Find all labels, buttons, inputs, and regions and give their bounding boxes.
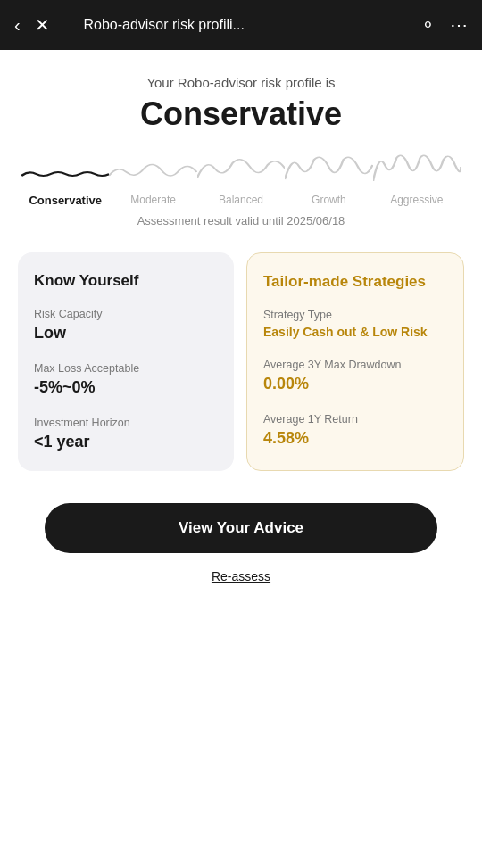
risk-label-balanced: Balanced xyxy=(197,194,285,207)
investment-horizon-label: Investment Horizon xyxy=(34,417,218,429)
risk-labels: Conservative Moderate Balanced Growth Ag… xyxy=(18,194,464,207)
main-content: Your Robo-advisor risk profile is Conser… xyxy=(0,50,482,612)
wave-chart xyxy=(18,151,464,186)
strategies-heading: Tailor-made Strategies xyxy=(263,273,447,291)
risk-capacity-label: Risk Capacity xyxy=(34,308,218,320)
strategy-type-value: Easily Cash out & Low Risk xyxy=(263,325,447,339)
more-icon[interactable]: ⋯ xyxy=(450,14,468,36)
wave-moderate xyxy=(109,151,196,186)
nav-title: Robo-advisor risk profili... xyxy=(57,17,271,33)
max-loss-label: Max Loss Acceptable xyxy=(34,362,218,375)
reassess-button[interactable]: Re-assess xyxy=(212,569,270,583)
avg-return-value: 4.58% xyxy=(263,429,447,448)
nav-right-controls: ⚬ ⋯ xyxy=(420,14,468,36)
know-yourself-card: Know Yourself Risk Capacity Low Max Loss… xyxy=(18,252,234,471)
strategy-type-field: Strategy Type Easily Cash out & Low Risk xyxy=(263,309,447,339)
risk-label-moderate: Moderate xyxy=(109,194,196,207)
risk-label-growth: Growth xyxy=(285,194,372,207)
avg-drawdown-label: Average 3Y Max Drawdown xyxy=(263,359,447,371)
avg-return-label: Average 1Y Return xyxy=(263,413,447,426)
wave-growth xyxy=(285,151,372,186)
investment-horizon-value: <1 year xyxy=(34,433,218,451)
profile-title: Conservative xyxy=(140,95,342,133)
investment-horizon-field: Investment Horizon <1 year xyxy=(34,417,218,451)
max-loss-field: Max Loss Acceptable -5%~0% xyxy=(34,362,218,397)
risk-capacity-field: Risk Capacity Low xyxy=(34,308,218,343)
risk-capacity-value: Low xyxy=(34,324,218,343)
risk-label-conservative: Conservative xyxy=(21,194,109,207)
avg-drawdown-value: 0.00% xyxy=(263,375,447,393)
risk-label-aggressive: Aggressive xyxy=(373,194,461,207)
cards-row: Know Yourself Risk Capacity Low Max Loss… xyxy=(18,252,464,471)
wave-aggressive xyxy=(373,151,461,186)
wave-conservative xyxy=(21,151,109,186)
search-icon[interactable]: ⚬ xyxy=(420,14,436,36)
nav-left-controls: ‹ ✕ xyxy=(14,14,50,36)
nav-bar: ‹ ✕ Robo-advisor risk profili... ⚬ ⋯ xyxy=(0,0,482,50)
avg-drawdown-field: Average 3Y Max Drawdown 0.00% xyxy=(263,359,447,393)
strategies-card: Tailor-made Strategies Strategy Type Eas… xyxy=(246,252,464,471)
view-advice-button[interactable]: View Your Advice xyxy=(45,503,437,553)
max-loss-value: -5%~0% xyxy=(34,378,218,397)
know-yourself-heading: Know Yourself xyxy=(34,272,218,290)
profile-subtitle: Your Robo-advisor risk profile is xyxy=(146,75,335,90)
close-button[interactable]: ✕ xyxy=(35,14,50,36)
strategy-type-label: Strategy Type xyxy=(263,309,447,321)
wave-balanced xyxy=(197,151,285,186)
validity-text: Assessment result valid until 2025/06/18 xyxy=(137,214,345,227)
avg-return-field: Average 1Y Return 4.58% xyxy=(263,413,447,448)
back-button[interactable]: ‹ xyxy=(14,15,21,36)
